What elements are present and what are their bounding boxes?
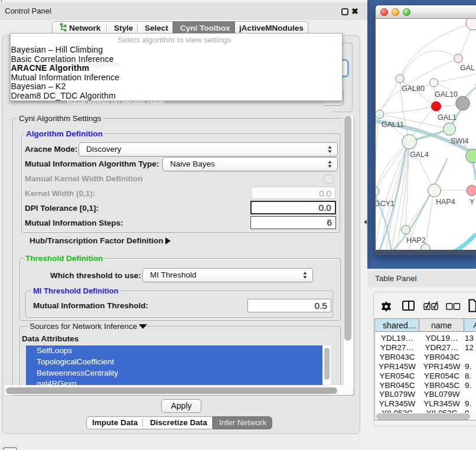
svg-text:HAP2: HAP2: [406, 236, 426, 244]
svg-text:HAP4: HAP4: [436, 198, 455, 206]
svg-text:GAL1: GAL1: [438, 113, 457, 122]
svg-text:GAL10: GAL10: [435, 90, 458, 99]
svg-text:GAL11: GAL11: [382, 120, 404, 129]
svg-text:GAL: GAL: [460, 64, 475, 72]
svg-text:SWI4: SWI4: [451, 137, 469, 145]
svg-text:GCY1: GCY1: [376, 200, 395, 208]
svg-text:GAL4: GAL4: [410, 151, 429, 159]
svg-text:Y: Y: [470, 198, 475, 206]
svg-text:GAL80: GAL80: [402, 84, 425, 93]
